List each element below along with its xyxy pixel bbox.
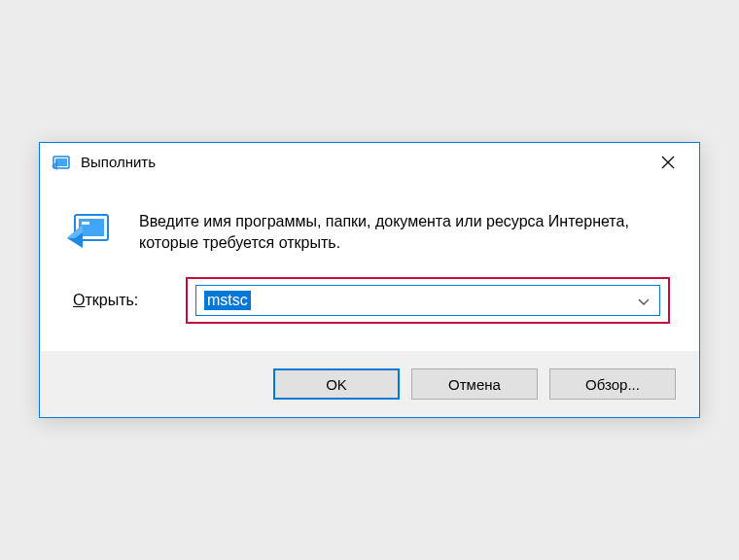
description-text: Введите имя программы, папки, документа …	[139, 209, 670, 255]
open-input-value: mstsc	[204, 291, 251, 310]
open-input-row: Открыть: mstsc	[69, 277, 670, 324]
dialog-title: Выполнить	[81, 154, 649, 170]
cancel-button[interactable]: Отмена	[411, 368, 538, 400]
close-button[interactable]	[649, 148, 687, 177]
svg-rect-6	[82, 222, 89, 225]
titlebar: Выполнить	[40, 143, 699, 182]
browse-button[interactable]: Обзор...	[549, 368, 676, 400]
dialog-content: Введите имя программы, папки, документа …	[40, 182, 699, 352]
description-row: Введите имя программы, папки, документа …	[69, 209, 670, 255]
open-combo-highlight: mstsc	[186, 277, 670, 324]
run-dialog: Выполнить Введите имя программы, папки, …	[39, 142, 700, 419]
close-icon	[661, 156, 675, 169]
run-icon	[65, 209, 112, 250]
ok-button[interactable]: OK	[273, 368, 400, 400]
run-dialog-icon	[52, 153, 71, 172]
open-label: Открыть:	[69, 292, 186, 309]
open-combobox[interactable]: mstsc	[195, 285, 660, 316]
chevron-down-icon[interactable]	[638, 293, 650, 309]
button-bar: OK Отмена Обзор...	[40, 351, 699, 417]
